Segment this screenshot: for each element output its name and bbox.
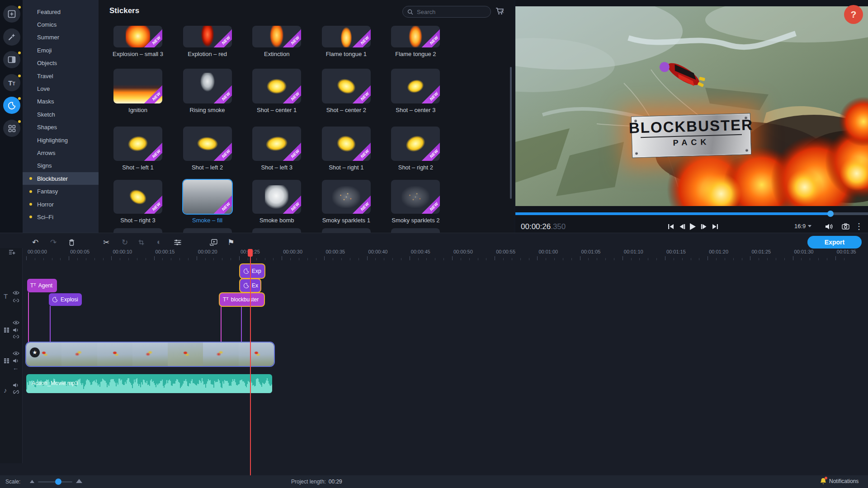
seek-handle[interactable] (827, 211, 834, 217)
export-button[interactable]: Export (807, 236, 862, 249)
timeline-clip-exp[interactable]: Exp (240, 264, 264, 278)
timeline-ruler[interactable]: 00:00:0000:00:0500:00:1000:00:1500:00:20… (23, 248, 868, 261)
arrow-left-icon[interactable]: ← (13, 365, 19, 371)
sticker-ignition[interactable]: NEW (113, 69, 162, 103)
redo-icon[interactable]: ↷ (48, 237, 59, 248)
speaker-icon[interactable] (13, 358, 19, 363)
sticker-shot-center-2[interactable]: NEW (322, 69, 371, 103)
seek-bar[interactable] (515, 212, 868, 215)
next-frame-button[interactable] (699, 222, 708, 231)
help-button[interactable]: ? (844, 5, 863, 24)
timeline-clip-blockbuster[interactable]: TT blockbuster (220, 293, 264, 306)
sidebar-item-horror[interactable]: Horror (23, 198, 99, 211)
sticker-partial[interactable] (183, 228, 232, 233)
speaker-icon[interactable] (13, 383, 19, 388)
clip-properties-icon[interactable] (172, 237, 183, 248)
zoom-in-icon[interactable] (76, 479, 82, 483)
store-cart-icon[interactable] (495, 7, 504, 15)
sticker-extinction[interactable]: NEW (252, 26, 301, 47)
add-track-icon[interactable] (9, 249, 16, 255)
sidebar-item-signs[interactable]: Signs (23, 160, 99, 172)
sidebar-item-emoji[interactable]: Emoji (23, 44, 99, 56)
sticker-flame-tongue-2[interactable]: NEW (391, 26, 440, 47)
sticker-shot-left-1[interactable]: NEW (113, 127, 162, 161)
sidebar-item-fantasy[interactable]: Fantasy (23, 185, 99, 198)
eye-icon[interactable] (13, 351, 19, 356)
sidebar-item-shapes[interactable]: Shapes (23, 121, 99, 134)
link-icon[interactable] (13, 335, 19, 338)
overlay-mode-icon[interactable] (208, 237, 219, 248)
sticker-shot-right-2[interactable]: NEW (391, 127, 440, 161)
split-scissors-icon[interactable]: ✂ (101, 237, 112, 248)
titles-icon[interactable]: TT (3, 74, 20, 91)
sidebar-item-sci-fi[interactable]: Sci–Fi (23, 211, 99, 223)
audio-clip[interactable]: Action_Movie.mp3 (26, 374, 272, 393)
sidebar-item-comics[interactable]: Comics (23, 18, 99, 31)
snapshot-camera-icon[interactable] (841, 222, 850, 231)
sidebar-item-objects[interactable]: Objects (23, 57, 99, 70)
sticker-partial[interactable] (322, 228, 371, 233)
search-input[interactable] (417, 9, 496, 15)
sticker-flame-tongue-1[interactable]: NEW (322, 26, 371, 47)
skip-to-start-button[interactable] (666, 222, 675, 231)
sticker-rising-smoke[interactable]: NEW (183, 69, 232, 103)
filters-icon[interactable] (3, 28, 20, 46)
sticker-clip-icon (243, 268, 250, 274)
sticker-smoky-sparklets-1[interactable]: NEW (322, 180, 371, 214)
sticker-shot-right-1[interactable]: NEW (322, 127, 371, 161)
sticker-shot-left-3[interactable]: NEW (252, 127, 301, 161)
sidebar-item-blockbuster[interactable]: Blockbuster (23, 172, 99, 185)
delete-icon[interactable] (66, 237, 77, 248)
sticker-partial[interactable] (113, 228, 162, 233)
play-button[interactable] (688, 222, 697, 231)
scale-slider-handle[interactable] (55, 479, 61, 485)
color-adjust-icon[interactable]: ◐ (154, 237, 165, 248)
sticker-shot-center-1[interactable]: NEW (252, 69, 301, 103)
stickers-icon[interactable] (3, 97, 20, 114)
marker-flag-icon[interactable]: ⚑ (226, 237, 236, 248)
video-clip[interactable]: ★ (26, 343, 274, 366)
timeline-clip-explosi[interactable]: Explosi (49, 293, 82, 306)
sidebar-item-masks[interactable]: Masks (23, 95, 99, 108)
speaker-icon[interactable] (13, 328, 19, 333)
transitions-icon[interactable] (3, 51, 20, 68)
eye-icon[interactable] (13, 320, 19, 325)
notifications-button[interactable]: Notifications (820, 478, 859, 485)
aspect-ratio-select[interactable]: 16:9 (794, 223, 811, 230)
previous-frame-button[interactable] (678, 222, 687, 231)
sidebar-item-highlighting[interactable]: Highlighting (23, 134, 99, 146)
playhead-line[interactable] (250, 249, 251, 475)
sticker-smoke-bomb[interactable]: NEW (252, 180, 301, 214)
timeline-clip-agent[interactable]: TT Agent (27, 279, 57, 292)
skip-to-end-button[interactable] (711, 222, 720, 231)
eye-icon[interactable] (13, 291, 19, 295)
more-options-icon[interactable]: ⋮ (854, 222, 863, 231)
more-tools-icon[interactable] (3, 120, 20, 137)
sticker-shot-right-3[interactable]: NEW (113, 180, 162, 214)
sticker-smoke-fill[interactable]: NEW (183, 180, 232, 214)
link-icon[interactable] (13, 299, 19, 302)
sidebar-item-love[interactable]: Love (23, 82, 99, 95)
sticker-smoky-sparklets-2[interactable]: NEW (391, 180, 440, 214)
sidebar-item-summer[interactable]: Summer (23, 31, 99, 44)
zoom-out-icon[interactable] (30, 480, 34, 483)
rotate-icon[interactable]: ↻ (119, 237, 130, 248)
sticker-shot-left-2[interactable]: NEW (183, 127, 232, 161)
unlink-icon[interactable] (13, 390, 19, 394)
crop-icon[interactable] (136, 237, 146, 248)
star-marker-icon[interactable]: ★ (30, 347, 40, 357)
sticker-explotion-red[interactable]: NEW (183, 26, 232, 47)
sidebar-item-sketch[interactable]: Sketch (23, 108, 99, 121)
sticker-explosion-small-3[interactable]: NEW (113, 26, 162, 47)
search-box[interactable]: ✕ (402, 6, 491, 18)
sticker-partial[interactable] (252, 228, 301, 233)
import-media-icon[interactable] (3, 5, 20, 23)
sticker-partial[interactable] (391, 228, 440, 233)
sticker-shot-center-3[interactable]: NEW (391, 69, 440, 103)
volume-icon[interactable] (825, 222, 834, 231)
sidebar-item-arrows[interactable]: Arrows (23, 146, 99, 159)
sidebar-item-featured[interactable]: Featured (23, 5, 99, 18)
undo-icon[interactable]: ↶ (30, 237, 41, 248)
sidebar-item-travel[interactable]: Travel (23, 70, 99, 82)
scrollbar[interactable] (510, 67, 512, 199)
